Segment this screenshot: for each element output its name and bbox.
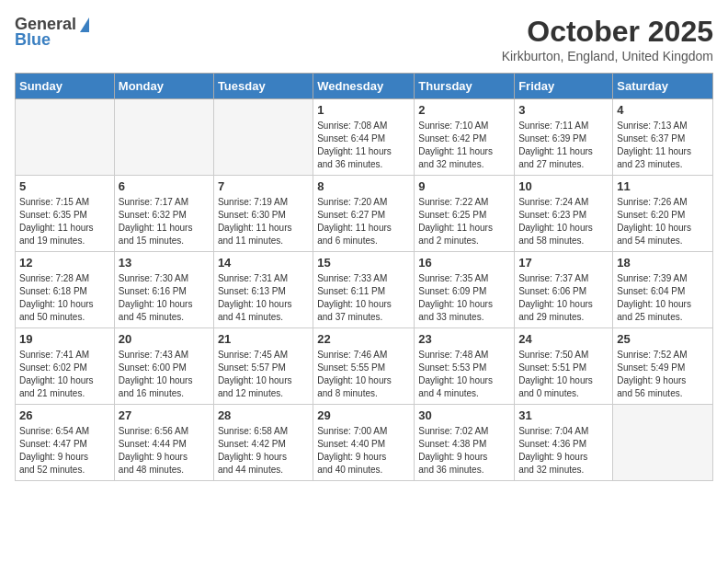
calendar-empty-cell <box>114 99 213 176</box>
day-number: 5 <box>19 179 110 193</box>
day-info: Sunrise: 7:48 AM Sunset: 5:53 PM Dayligh… <box>418 349 510 400</box>
calendar-week-row: 26Sunrise: 6:54 AM Sunset: 4:47 PM Dayli… <box>16 405 713 481</box>
calendar-table: SundayMondayTuesdayWednesdayThursdayFrid… <box>15 73 713 481</box>
calendar-day-cell: 28Sunrise: 6:58 AM Sunset: 4:42 PM Dayli… <box>213 405 313 481</box>
calendar-week-row: 19Sunrise: 7:41 AM Sunset: 6:02 PM Dayli… <box>16 328 713 405</box>
calendar-day-cell: 10Sunrise: 7:24 AM Sunset: 6:23 PM Dayli… <box>515 176 613 252</box>
day-number: 21 <box>218 332 309 346</box>
weekday-header-row: SundayMondayTuesdayWednesdayThursdayFrid… <box>16 74 713 99</box>
day-number: 7 <box>218 179 309 193</box>
calendar-day-cell: 7Sunrise: 7:19 AM Sunset: 6:30 PM Daylig… <box>213 176 313 252</box>
day-info: Sunrise: 6:58 AM Sunset: 4:42 PM Dayligh… <box>218 425 309 477</box>
day-info: Sunrise: 7:11 AM Sunset: 6:39 PM Dayligh… <box>518 120 609 171</box>
day-info: Sunrise: 7:37 AM Sunset: 6:06 PM Dayligh… <box>518 272 609 324</box>
calendar-day-cell: 23Sunrise: 7:48 AM Sunset: 5:53 PM Dayli… <box>415 328 515 405</box>
calendar-day-cell: 18Sunrise: 7:39 AM Sunset: 6:04 PM Dayli… <box>613 252 713 328</box>
day-info: Sunrise: 7:22 AM Sunset: 6:25 PM Dayligh… <box>418 196 510 247</box>
day-number: 4 <box>617 103 709 117</box>
calendar-day-cell: 12Sunrise: 7:28 AM Sunset: 6:18 PM Dayli… <box>16 252 115 328</box>
day-number: 27 <box>119 408 210 422</box>
day-info: Sunrise: 7:19 AM Sunset: 6:30 PM Dayligh… <box>218 196 309 247</box>
day-info: Sunrise: 7:15 AM Sunset: 6:35 PM Dayligh… <box>19 196 110 247</box>
day-number: 16 <box>418 256 510 270</box>
day-number: 23 <box>418 332 510 346</box>
day-info: Sunrise: 7:02 AM Sunset: 4:38 PM Dayligh… <box>418 425 510 477</box>
day-number: 30 <box>418 408 510 422</box>
calendar-week-row: 12Sunrise: 7:28 AM Sunset: 6:18 PM Dayli… <box>16 252 713 328</box>
day-number: 11 <box>617 179 709 193</box>
day-number: 18 <box>617 256 709 270</box>
day-info: Sunrise: 7:20 AM Sunset: 6:27 PM Dayligh… <box>317 196 410 247</box>
day-number: 12 <box>19 256 110 270</box>
calendar-day-cell: 27Sunrise: 6:56 AM Sunset: 4:44 PM Dayli… <box>114 405 213 481</box>
calendar-day-cell: 4Sunrise: 7:13 AM Sunset: 6:37 PM Daylig… <box>613 99 713 176</box>
day-info: Sunrise: 7:24 AM Sunset: 6:23 PM Dayligh… <box>518 196 609 247</box>
day-number: 15 <box>317 256 410 270</box>
day-number: 19 <box>19 332 110 346</box>
day-number: 6 <box>119 179 210 193</box>
calendar-day-cell: 14Sunrise: 7:31 AM Sunset: 6:13 PM Dayli… <box>213 252 313 328</box>
day-info: Sunrise: 7:50 AM Sunset: 5:51 PM Dayligh… <box>518 349 609 400</box>
weekday-header-thursday: Thursday <box>415 74 515 99</box>
calendar-day-cell: 31Sunrise: 7:04 AM Sunset: 4:36 PM Dayli… <box>515 405 613 481</box>
logo-triangle-icon <box>80 17 89 32</box>
calendar-day-cell: 6Sunrise: 7:17 AM Sunset: 6:32 PM Daylig… <box>114 176 213 252</box>
day-info: Sunrise: 7:39 AM Sunset: 6:04 PM Dayligh… <box>617 272 709 324</box>
day-number: 26 <box>19 408 110 422</box>
day-number: 20 <box>119 332 210 346</box>
day-info: Sunrise: 7:00 AM Sunset: 4:40 PM Dayligh… <box>317 425 410 477</box>
page-header: General Blue October 2025 Kirkburton, En… <box>15 15 713 63</box>
calendar-week-row: 1Sunrise: 7:08 AM Sunset: 6:44 PM Daylig… <box>16 99 713 176</box>
month-title: October 2025 <box>502 15 713 49</box>
day-number: 28 <box>218 408 309 422</box>
calendar-week-row: 5Sunrise: 7:15 AM Sunset: 6:35 PM Daylig… <box>16 176 713 252</box>
calendar-day-cell: 21Sunrise: 7:45 AM Sunset: 5:57 PM Dayli… <box>213 328 313 405</box>
calendar-day-cell: 11Sunrise: 7:26 AM Sunset: 6:20 PM Dayli… <box>613 176 713 252</box>
weekday-header-wednesday: Wednesday <box>313 74 415 99</box>
day-number: 29 <box>317 408 410 422</box>
day-info: Sunrise: 7:46 AM Sunset: 5:55 PM Dayligh… <box>317 349 410 400</box>
calendar-day-cell: 17Sunrise: 7:37 AM Sunset: 6:06 PM Dayli… <box>515 252 613 328</box>
calendar-day-cell: 1Sunrise: 7:08 AM Sunset: 6:44 PM Daylig… <box>313 99 415 176</box>
day-number: 10 <box>518 179 609 193</box>
calendar-day-cell: 15Sunrise: 7:33 AM Sunset: 6:11 PM Dayli… <box>313 252 415 328</box>
weekday-header-sunday: Sunday <box>16 74 115 99</box>
calendar-day-cell: 22Sunrise: 7:46 AM Sunset: 5:55 PM Dayli… <box>313 328 415 405</box>
calendar-day-cell: 13Sunrise: 7:30 AM Sunset: 6:16 PM Dayli… <box>114 252 213 328</box>
calendar-day-cell: 25Sunrise: 7:52 AM Sunset: 5:49 PM Dayli… <box>613 328 713 405</box>
logo: General Blue <box>15 15 89 50</box>
calendar-empty-cell <box>613 405 713 481</box>
day-number: 31 <box>518 408 609 422</box>
day-info: Sunrise: 7:04 AM Sunset: 4:36 PM Dayligh… <box>518 425 609 477</box>
location-subtitle: Kirkburton, England, United Kingdom <box>502 49 713 63</box>
day-info: Sunrise: 6:54 AM Sunset: 4:47 PM Dayligh… <box>19 425 110 477</box>
logo-blue-text: Blue <box>15 30 51 50</box>
day-info: Sunrise: 7:33 AM Sunset: 6:11 PM Dayligh… <box>317 272 410 324</box>
day-info: Sunrise: 7:43 AM Sunset: 6:00 PM Dayligh… <box>119 349 210 400</box>
day-info: Sunrise: 7:45 AM Sunset: 5:57 PM Dayligh… <box>218 349 309 400</box>
day-number: 17 <box>518 256 609 270</box>
weekday-header-tuesday: Tuesday <box>213 74 313 99</box>
day-info: Sunrise: 7:10 AM Sunset: 6:42 PM Dayligh… <box>418 120 510 171</box>
calendar-empty-cell <box>16 99 115 176</box>
calendar-day-cell: 16Sunrise: 7:35 AM Sunset: 6:09 PM Dayli… <box>415 252 515 328</box>
day-info: Sunrise: 7:35 AM Sunset: 6:09 PM Dayligh… <box>418 272 510 324</box>
day-info: Sunrise: 7:13 AM Sunset: 6:37 PM Dayligh… <box>617 120 709 171</box>
day-number: 13 <box>119 256 210 270</box>
day-number: 25 <box>617 332 709 346</box>
title-section: October 2025 Kirkburton, England, United… <box>502 15 713 63</box>
calendar-day-cell: 26Sunrise: 6:54 AM Sunset: 4:47 PM Dayli… <box>16 405 115 481</box>
weekday-header-friday: Friday <box>515 74 613 99</box>
calendar-day-cell: 29Sunrise: 7:00 AM Sunset: 4:40 PM Dayli… <box>313 405 415 481</box>
day-number: 8 <box>317 179 410 193</box>
day-number: 3 <box>518 103 609 117</box>
day-number: 22 <box>317 332 410 346</box>
weekday-header-saturday: Saturday <box>613 74 713 99</box>
day-number: 9 <box>418 179 510 193</box>
day-info: Sunrise: 7:26 AM Sunset: 6:20 PM Dayligh… <box>617 196 709 247</box>
calendar-day-cell: 24Sunrise: 7:50 AM Sunset: 5:51 PM Dayli… <box>515 328 613 405</box>
calendar-day-cell: 19Sunrise: 7:41 AM Sunset: 6:02 PM Dayli… <box>16 328 115 405</box>
day-info: Sunrise: 7:41 AM Sunset: 6:02 PM Dayligh… <box>19 349 110 400</box>
day-number: 2 <box>418 103 510 117</box>
day-number: 1 <box>317 103 410 117</box>
